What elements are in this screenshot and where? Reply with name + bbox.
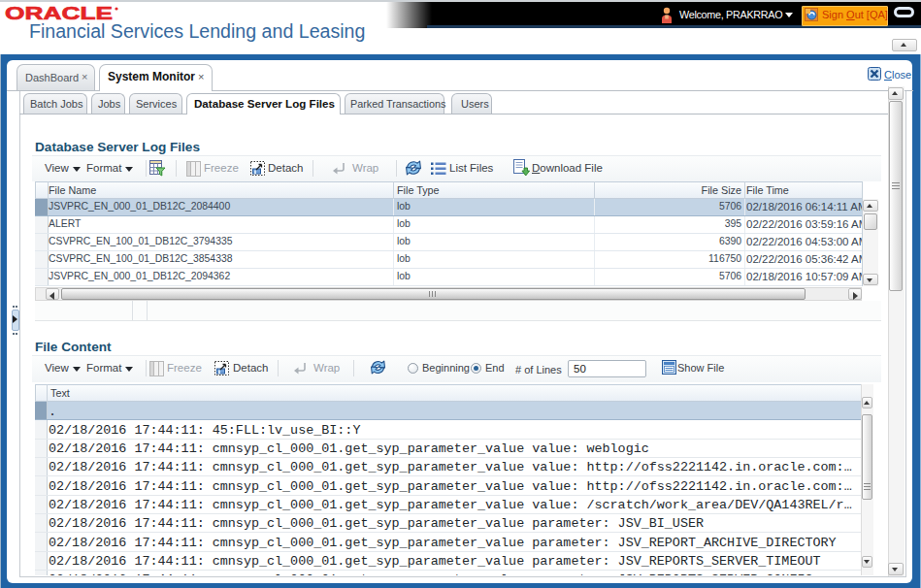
svg-text:ORACLE: ORACLE xyxy=(5,3,113,22)
